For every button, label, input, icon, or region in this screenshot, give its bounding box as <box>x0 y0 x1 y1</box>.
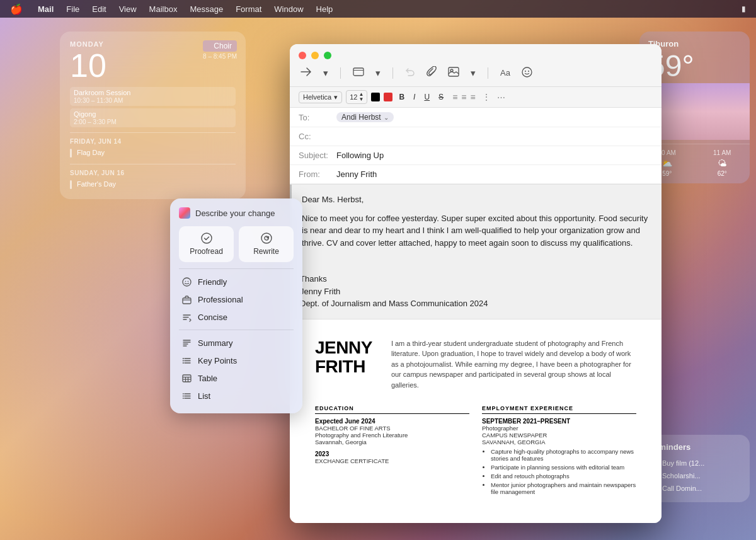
cv-emp-bullets: Capture high-quality photographs to acco… <box>482 448 636 495</box>
menubar-edit[interactable]: Edit <box>87 3 111 15</box>
mail-body-text[interactable]: Dear Ms. Herbst, Nice to meet you for co… <box>290 185 662 264</box>
calendar-today-events: Darkroom Session 10:30 – 11:30 AM Qigong… <box>70 87 236 127</box>
toolbar-separator-3 <box>488 67 488 79</box>
cc-label: Cc: <box>299 132 336 141</box>
send-icon[interactable] <box>299 65 314 81</box>
cv-header: JENNY FRITH I am a third-year student un… <box>315 338 636 391</box>
rewrite-button[interactable]: Rewrite <box>239 226 294 262</box>
apple-menu-icon[interactable]: 🍎 <box>10 3 23 15</box>
cv-bullet-1: Capture high-quality photographs to acco… <box>491 448 636 462</box>
subject-label: Subject: <box>299 151 336 160</box>
cv-bullet-2: Participate in planning sessions with ed… <box>491 464 636 471</box>
align-justify-icon[interactable]: ≡ <box>470 92 475 102</box>
proofread-icon <box>201 233 212 244</box>
reminder-text-2: Call Domin... <box>662 485 702 492</box>
menubar-app-name[interactable]: Mail <box>33 3 59 15</box>
friendly-label: Friendly <box>198 277 227 287</box>
calendar-future-event-fathersday: Father's Day <box>70 179 236 190</box>
event-darkroom-time: 10:30 – 11:30 AM <box>74 97 123 104</box>
table-item[interactable]: Table <box>179 369 294 387</box>
cv-emp-entry-1: SEPTEMBER 2021–PRESENT Photographer CAMP… <box>482 418 636 495</box>
weather-icon-11am: 🌤 <box>718 158 726 168</box>
weather-icon-10am: ⛅ <box>662 158 672 168</box>
to-field-value[interactable]: Andi Herbst <box>336 112 653 122</box>
menubar-message[interactable]: Message <box>185 3 228 15</box>
choir-event-name: Choir <box>203 40 237 52</box>
line-spacing-icon[interactable]: ⋮ <box>482 92 491 102</box>
cv-edu-field-1: Photography and French Literature <box>315 432 469 439</box>
mail-toolbar: ▾ ▾ ▾ Aa <box>290 64 662 87</box>
svg-point-6 <box>528 71 529 72</box>
menubar-format[interactable]: Format <box>231 3 266 15</box>
svg-rect-2 <box>449 67 459 76</box>
menubar-window[interactable]: Window <box>269 3 308 15</box>
window-icon[interactable] <box>351 66 366 80</box>
bold-button[interactable]: B <box>396 92 407 102</box>
reminder-text-1: Scholarshi... <box>662 472 701 480</box>
event-qigong-name: Qigong <box>74 110 96 118</box>
rewrite-icon <box>261 233 272 244</box>
window-maximize-button[interactable] <box>324 52 331 59</box>
friendly-item[interactable]: Friendly <box>179 273 294 290</box>
highlight-color-swatch[interactable] <box>384 93 392 101</box>
menubar-file[interactable]: File <box>61 3 84 15</box>
cc-field-row: Cc: <box>290 127 662 146</box>
mail-body[interactable]: Dear Ms. Herbst, Nice to meet you for co… <box>290 185 662 523</box>
text-color-swatch[interactable] <box>371 93 380 101</box>
subject-field-value[interactable]: Following Up <box>336 151 653 160</box>
subject-field-row: Subject: Following Up <box>290 146 662 165</box>
svg-point-9 <box>183 278 191 286</box>
underline-button[interactable]: U <box>421 92 432 102</box>
reminder-item-0: Buy film (12... <box>648 457 741 469</box>
attachment-icon[interactable] <box>425 64 438 81</box>
strikethrough-button[interactable]: S <box>436 92 446 102</box>
menubar-items: Mail File Edit View Mailbox Message Form… <box>33 3 338 15</box>
writing-tools-divider-2 <box>179 330 294 330</box>
battery-icon: ▮ <box>742 4 746 13</box>
professional-item[interactable]: Professional <box>179 290 294 308</box>
rewrite-label: Rewrite <box>253 247 279 256</box>
weather-hour-11am: 11 AM 🌤 62° <box>695 149 750 177</box>
font-icon[interactable]: Aa <box>498 66 512 79</box>
window-close-button[interactable] <box>299 52 306 59</box>
undo-icon[interactable] <box>403 66 417 80</box>
from-label: From: <box>299 169 336 179</box>
svg-rect-0 <box>353 68 364 76</box>
menubar: 🍎 Mail File Edit View Mailbox Message Fo… <box>0 0 756 18</box>
svg-point-10 <box>185 280 186 282</box>
align-center-icon[interactable]: ≡ <box>461 92 466 102</box>
font-selector[interactable]: Helvetica ▾ <box>299 91 342 103</box>
key-points-icon <box>181 355 192 365</box>
cv-edu-dates-2: 2023 <box>315 451 469 457</box>
align-left-icon[interactable]: ≡ <box>452 92 457 102</box>
cv-body-section: EDUCATION Expected June 2024 BACHELOR OF… <box>315 405 636 500</box>
photo-icon[interactable] <box>446 65 461 81</box>
calendar-event-qigong: Qigong 2:00 – 3:30 PM <box>70 108 236 127</box>
reminder-item-1: Scholarshi... <box>648 469 741 482</box>
toolbar-separator-2 <box>392 67 393 79</box>
recipient-chip[interactable]: Andi Herbst <box>336 112 394 122</box>
list-item[interactable]: List <box>179 387 294 405</box>
italic-button[interactable]: I <box>411 92 418 102</box>
summary-item[interactable]: Summary <box>179 334 294 352</box>
mail-fields: To: Andi Herbst Cc: Subject: Following U… <box>290 108 662 185</box>
menubar-help[interactable]: Help <box>311 3 338 15</box>
more-format-icon[interactable]: ⋯ <box>497 93 505 102</box>
mail-compose-window: ▾ ▾ ▾ Aa Helvetica ▾ 12 ▲▼ <box>290 44 662 523</box>
menubar-mailbox[interactable]: Mailbox <box>144 3 183 15</box>
emoji-icon[interactable] <box>520 65 534 81</box>
concise-item[interactable]: Concise <box>179 308 294 326</box>
font-size-selector[interactable]: 12 ▲▼ <box>346 90 367 104</box>
send-dropdown-icon[interactable]: ▾ <box>321 66 330 81</box>
font-name: Helvetica <box>303 93 331 101</box>
professional-icon <box>181 294 192 304</box>
window-minimize-button[interactable] <box>311 52 319 59</box>
window-dropdown-icon[interactable]: ▾ <box>374 66 382 81</box>
svg-rect-27 <box>183 375 191 382</box>
menubar-view[interactable]: View <box>114 3 142 15</box>
proofread-button[interactable]: Proofread <box>179 226 234 262</box>
list-label: List <box>198 391 210 401</box>
photo-dropdown-icon[interactable]: ▾ <box>469 66 478 81</box>
calendar-future-section-2: SUNDAY, JUN 16 Father's Day <box>70 169 236 190</box>
key-points-item[interactable]: Key Points <box>179 352 294 369</box>
